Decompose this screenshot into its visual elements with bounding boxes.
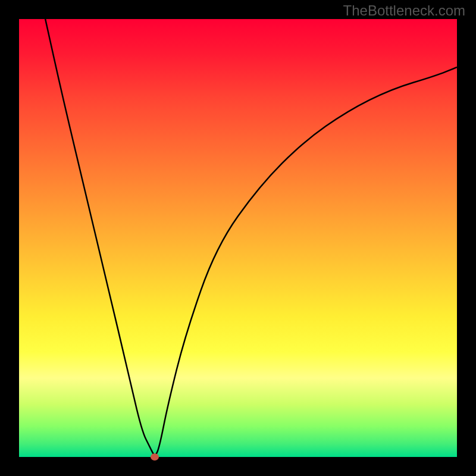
watermark-text: TheBottleneck.com	[343, 2, 465, 19]
bottleneck-curve	[19, 19, 457, 457]
chart-plot-area	[19, 19, 457, 457]
optimal-point-marker	[151, 453, 159, 461]
